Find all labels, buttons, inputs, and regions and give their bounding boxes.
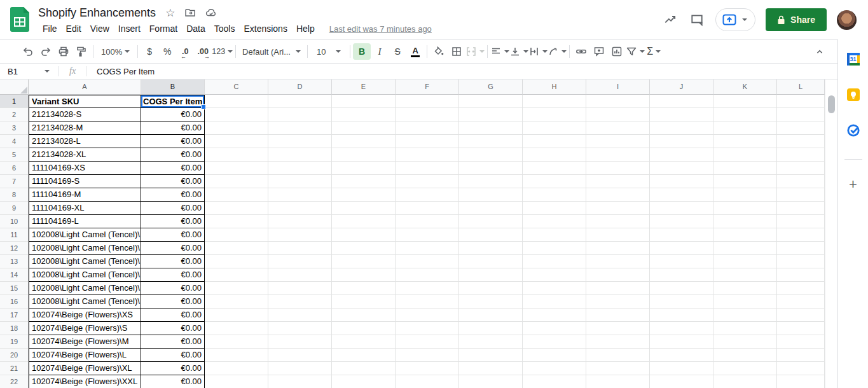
cell-I11[interactable]: [586, 228, 650, 242]
fill-color-icon[interactable]: [430, 43, 448, 60]
row-header-7[interactable]: 7: [0, 175, 29, 188]
cell-F3[interactable]: [396, 121, 459, 135]
hide-menus-icon[interactable]: [811, 43, 829, 60]
cell-B2[interactable]: €0.00: [141, 108, 205, 121]
name-box[interactable]: B1: [0, 67, 55, 76]
cell-C16[interactable]: [205, 295, 268, 308]
cell-A3[interactable]: 212134028-M: [29, 121, 141, 135]
strikethrough-button[interactable]: S: [389, 43, 406, 60]
cell-C11[interactable]: [205, 228, 268, 242]
cell-G13[interactable]: [459, 255, 523, 268]
cell-L7[interactable]: [777, 175, 825, 188]
cell-E8[interactable]: [332, 188, 396, 202]
cell-L2[interactable]: [777, 108, 825, 121]
cell-B7[interactable]: €0.00: [141, 175, 205, 188]
cell-C9[interactable]: [205, 202, 268, 215]
functions-button[interactable]: Σ: [645, 43, 663, 60]
menu-item-edit[interactable]: Edit: [62, 22, 86, 35]
cell-A12[interactable]: 102008\Light Camel (Tencel)\: [29, 242, 141, 255]
cell-G9[interactable]: [459, 202, 523, 215]
cell-H11[interactable]: [523, 228, 586, 242]
row-header-16[interactable]: 16: [0, 295, 29, 308]
cell-H8[interactable]: [523, 188, 586, 202]
cell-C8[interactable]: [205, 188, 268, 202]
cell-H4[interactable]: [523, 135, 586, 148]
cell-B17[interactable]: €0.00: [141, 308, 205, 322]
redo-icon[interactable]: [37, 43, 55, 60]
cell-F20[interactable]: [396, 349, 459, 362]
menu-item-insert[interactable]: Insert: [114, 22, 145, 35]
cell-G11[interactable]: [459, 228, 523, 242]
menu-item-format[interactable]: Format: [145, 22, 182, 35]
cell-I1[interactable]: [586, 95, 650, 108]
cell-B14[interactable]: €0.00: [141, 268, 205, 282]
format-percent-icon[interactable]: %: [158, 43, 176, 60]
cell-K14[interactable]: [713, 268, 777, 282]
cell-K10[interactable]: [713, 215, 777, 228]
cell-B13[interactable]: €0.00: [141, 255, 205, 268]
select-all-corner[interactable]: [0, 80, 29, 95]
row-header-14[interactable]: 14: [0, 268, 29, 282]
cell-G8[interactable]: [459, 188, 523, 202]
cell-J2[interactable]: [650, 108, 713, 121]
cell-A17[interactable]: 102074\Beige (Flowers)\XS: [29, 308, 141, 322]
cell-E12[interactable]: [332, 242, 396, 255]
insert-comment-icon[interactable]: [590, 43, 608, 60]
cell-J13[interactable]: [650, 255, 713, 268]
cell-K15[interactable]: [713, 282, 777, 295]
document-title[interactable]: Shopify Enhancements: [38, 6, 156, 20]
cell-F11[interactable]: [396, 228, 459, 242]
cell-H17[interactable]: [523, 308, 586, 322]
cell-I19[interactable]: [586, 335, 650, 349]
cell-K6[interactable]: [713, 162, 777, 175]
cell-A8[interactable]: 111104169-M: [29, 188, 141, 202]
present-options-caret[interactable]: [742, 18, 747, 21]
cell-L18[interactable]: [777, 322, 825, 335]
cell-B18[interactable]: €0.00: [141, 322, 205, 335]
cell-E4[interactable]: [332, 135, 396, 148]
column-header-E[interactable]: E: [332, 80, 396, 95]
cell-G19[interactable]: [459, 335, 523, 349]
cell-E5[interactable]: [332, 148, 396, 162]
cell-F7[interactable]: [396, 175, 459, 188]
column-header-C[interactable]: C: [205, 80, 268, 95]
cell-H13[interactable]: [523, 255, 586, 268]
cell-B8[interactable]: €0.00: [141, 188, 205, 202]
cell-J15[interactable]: [650, 282, 713, 295]
row-header-13[interactable]: 13: [0, 255, 29, 268]
cell-L1[interactable]: [777, 95, 825, 108]
row-header-22[interactable]: 22: [0, 375, 29, 388]
row-header-15[interactable]: 15: [0, 282, 29, 295]
cell-G2[interactable]: [459, 108, 523, 121]
cell-B3[interactable]: €0.00: [141, 121, 205, 135]
zoom-select[interactable]: 100%: [96, 43, 135, 60]
cell-D13[interactable]: [268, 255, 332, 268]
cell-J14[interactable]: [650, 268, 713, 282]
cell-D8[interactable]: [268, 188, 332, 202]
cell-F17[interactable]: [396, 308, 459, 322]
cell-G14[interactable]: [459, 268, 523, 282]
cell-E17[interactable]: [332, 308, 396, 322]
cell-C19[interactable]: [205, 335, 268, 349]
cell-B21[interactable]: €0.00: [141, 362, 205, 375]
cell-J4[interactable]: [650, 135, 713, 148]
cell-H1[interactable]: [523, 95, 586, 108]
cell-L16[interactable]: [777, 295, 825, 308]
cell-D2[interactable]: [268, 108, 332, 121]
cell-I8[interactable]: [586, 188, 650, 202]
text-wrap-icon[interactable]: [528, 43, 548, 60]
column-header-F[interactable]: F: [396, 80, 459, 95]
cell-K21[interactable]: [713, 362, 777, 375]
cell-B15[interactable]: €0.00: [141, 282, 205, 295]
cell-L5[interactable]: [777, 148, 825, 162]
cell-K11[interactable]: [713, 228, 777, 242]
cell-D19[interactable]: [268, 335, 332, 349]
cell-C2[interactable]: [205, 108, 268, 121]
cell-L20[interactable]: [777, 349, 825, 362]
cell-I12[interactable]: [586, 242, 650, 255]
cell-K18[interactable]: [713, 322, 777, 335]
bold-button[interactable]: B: [353, 43, 371, 60]
column-header-I[interactable]: I: [586, 80, 650, 95]
cell-H19[interactable]: [523, 335, 586, 349]
cell-G16[interactable]: [459, 295, 523, 308]
